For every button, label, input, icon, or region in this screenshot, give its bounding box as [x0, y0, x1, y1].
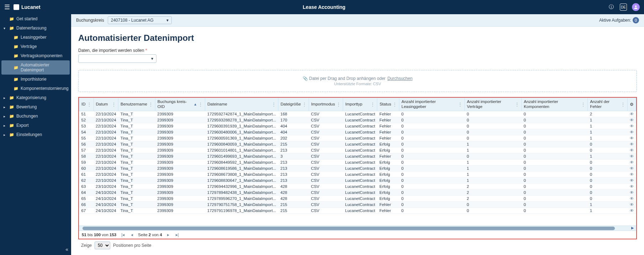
column-header[interactable]: Benutzername⋮	[118, 98, 155, 111]
view-row-button[interactable]: 👁	[628, 177, 636, 183]
table-settings-header[interactable]: ⚙	[628, 98, 636, 111]
column-header[interactable]: Importmodus⋮	[309, 98, 343, 111]
column-header[interactable]: Status⋮	[377, 98, 399, 111]
view-row-button[interactable]: 👁	[628, 207, 636, 213]
language-switcher[interactable]: DE	[620, 4, 627, 11]
view-row-button[interactable]: 👁	[628, 201, 636, 207]
view-row-button[interactable]: 👁	[628, 165, 636, 171]
view-row-button[interactable]: 👁	[628, 189, 636, 195]
table-row[interactable]: 6323/10/2024Tina_T23993091729694432996_1…	[79, 183, 636, 189]
column-menu-icon[interactable]: ⋮	[515, 102, 519, 107]
sidebar-item-export[interactable]: ▸📁Export	[0, 121, 71, 130]
column-menu-icon[interactable]: ⋮	[336, 102, 341, 107]
cell-file: 1729593288278_1_MainDataImport...	[205, 117, 278, 123]
table-row[interactable]: 5822/10/2024Tina_T23993091729601499693_1…	[79, 153, 636, 159]
sidebar-item-datenerfassung[interactable]: ▾📁Datenerfassung	[0, 23, 71, 33]
horizontal-scrollbar[interactable]: ▶	[79, 226, 636, 230]
column-menu-icon[interactable]: ⋮	[581, 102, 585, 107]
column-menu-icon[interactable]: ⋮	[149, 102, 153, 107]
cell-date: 23/10/2024	[94, 183, 118, 189]
column-menu-icon[interactable]: ⋮	[198, 102, 203, 107]
column-header[interactable]: Dateigröße⋮	[278, 98, 309, 111]
sidebar-item-leasinggeber[interactable]: 📁Leasinggeber	[0, 33, 71, 42]
column-menu-icon[interactable]: ⋮	[302, 102, 307, 107]
sidebar-item-kategorisierung[interactable]: ▸📁Kategorisierung	[0, 93, 71, 102]
column-header[interactable]: Dateiname⋮	[205, 98, 278, 111]
column-header[interactable]: Anzahl importierter Leasinggeber⋮	[399, 98, 464, 111]
scroll-right-icon[interactable]: ▶	[631, 226, 634, 230]
column-header[interactable]: Anzahl der Fehler⋮	[588, 98, 628, 111]
booking-circle-select[interactable]: 2407108 - Lucanet AG ▾	[108, 16, 172, 24]
sidebar-item-vertragskomponenten[interactable]: 📁Vertragskomponenten	[0, 51, 71, 60]
cell-user: Tina_T	[118, 135, 155, 141]
view-row-button[interactable]: 👁	[628, 183, 636, 189]
sidebar-collapse-button[interactable]: «	[65, 246, 68, 252]
table-row[interactable]: 5722/10/2024Tina_T23993091729601014801_1…	[79, 147, 636, 153]
cell-oid: 2399309	[155, 147, 205, 153]
help-icon[interactable]: ⓘ	[608, 4, 615, 11]
table-row[interactable]: 6424/10/2024Tina_T23993091729789482438_1…	[79, 189, 636, 195]
scrollbar-thumb[interactable]	[83, 227, 615, 230]
view-row-button[interactable]: 👁	[628, 123, 636, 129]
pager-last[interactable]: ▸|	[174, 232, 180, 237]
table-row[interactable]: 6022/10/2024Tina_T23993091729608619586_1…	[79, 165, 636, 171]
column-menu-icon[interactable]: ⋮	[272, 102, 276, 107]
view-row-button[interactable]: 👁	[628, 141, 636, 147]
column-menu-icon[interactable]: ⋮	[371, 102, 375, 107]
table-row[interactable]: 6724/10/2024Tina_T23993091729791196978_1…	[79, 207, 636, 213]
file-dropzone[interactable]: 📎 Datei per Drag and Drop anhängen oder …	[78, 70, 637, 92]
table-row[interactable]: 5122/10/2024Tina_T23993091729592742874_1…	[79, 111, 636, 117]
cell-lg: 0	[399, 135, 464, 141]
active-tasks[interactable]: Aktive Aufgaben: 0	[599, 17, 639, 23]
sidebar-item-buchungen[interactable]: ▸📁Buchungen	[0, 112, 71, 121]
table-row[interactable]: 6222/10/2024Tina_T23993091729608830647_1…	[79, 177, 636, 183]
sidebar-item-bewertung[interactable]: ▸📁Bewertung	[0, 102, 71, 112]
table-row[interactable]: 5622/10/2024Tina_T23993091729600840059_1…	[79, 141, 636, 147]
table-row[interactable]: 6524/10/2024Tina_T23993091729789596270_1…	[79, 195, 636, 201]
column-menu-icon[interactable]: ⋮	[112, 102, 116, 107]
table-row[interactable]: 5922/10/2024Tina_T23993091729608449592_1…	[79, 159, 636, 165]
table-row[interactable]: 5322/10/2024Tina_T23993091729600391939_1…	[79, 123, 636, 129]
sidebar-item-einstellungen[interactable]: ▸📁Einstellungen	[0, 130, 71, 139]
column-menu-icon[interactable]: ⋮	[87, 102, 91, 107]
column-header[interactable]: Datum⋮	[94, 98, 118, 111]
user-avatar[interactable]	[632, 3, 640, 11]
sidebar-item-automatisierter-datenimport[interactable]: 📁Automatisierter Datenimport	[1, 60, 70, 75]
sidebar-item-komponentenstornierung[interactable]: 📁Komponentenstornierung	[0, 84, 71, 93]
view-row-button[interactable]: 👁	[628, 135, 636, 141]
pager-prev[interactable]: ◂	[129, 232, 134, 237]
pager-first[interactable]: |◂	[120, 232, 126, 237]
table-row[interactable]: 6624/10/2024Tina_T23993091729790751758_1…	[79, 201, 636, 207]
import-type-select[interactable]: ▾	[78, 54, 156, 63]
table-row[interactable]: 6122/10/2024Tina_T23993091729608673808_1…	[79, 171, 636, 177]
column-menu-icon[interactable]: ⋮	[458, 102, 462, 107]
browse-link[interactable]: Durchsuchen	[387, 76, 413, 81]
view-row-button[interactable]: 👁	[628, 117, 636, 123]
table-row[interactable]: 5522/10/2024Tina_T23993091729600591369_1…	[79, 135, 636, 141]
table-scroll[interactable]: ID⋮Datum⋮Benutzername⋮Buchungs kreis-OID…	[79, 98, 636, 226]
column-header[interactable]: ID⋮	[79, 98, 94, 111]
view-row-button[interactable]: 👁	[628, 129, 636, 135]
page-size-select[interactable]: 50	[95, 242, 110, 249]
table-row[interactable]: 5222/10/2024Tina_T23993091729593288278_1…	[79, 117, 636, 123]
column-menu-icon[interactable]: ⋮	[393, 102, 397, 107]
sidebar-item-importhistorie[interactable]: 📁Importhistorie	[0, 75, 71, 84]
view-row-button[interactable]: 👁	[628, 111, 636, 117]
column-header[interactable]: Buchungs kreis-OID▲⋮	[155, 98, 205, 111]
table-row[interactable]: 5422/10/2024Tina_T23993091729600480006_1…	[79, 129, 636, 135]
pager-next[interactable]: ▸	[166, 232, 171, 237]
column-header[interactable]: Importtyp⋮	[343, 98, 377, 111]
cell-lg: 0	[399, 171, 464, 177]
view-row-button[interactable]: 👁	[628, 153, 636, 159]
column-menu-icon[interactable]: ⋮	[621, 102, 625, 107]
hamburger-icon[interactable]: ☰	[4, 3, 10, 11]
sidebar-item-vertr-ge[interactable]: 📁Verträge	[0, 42, 71, 51]
view-row-button[interactable]: 👁	[628, 159, 636, 165]
view-row-button[interactable]: 👁	[628, 147, 636, 153]
sidebar-item-get-started[interactable]: 📁Get started	[0, 14, 71, 23]
column-header[interactable]: Anzahl importierter Komponenten⋮	[522, 98, 588, 111]
column-header[interactable]: Anzahl importierter Verträge⋮	[465, 98, 522, 111]
view-row-button[interactable]: 👁	[628, 195, 636, 201]
view-row-button[interactable]: 👁	[628, 171, 636, 177]
brand-logo-wrap[interactable]: Lucanet	[14, 4, 41, 10]
